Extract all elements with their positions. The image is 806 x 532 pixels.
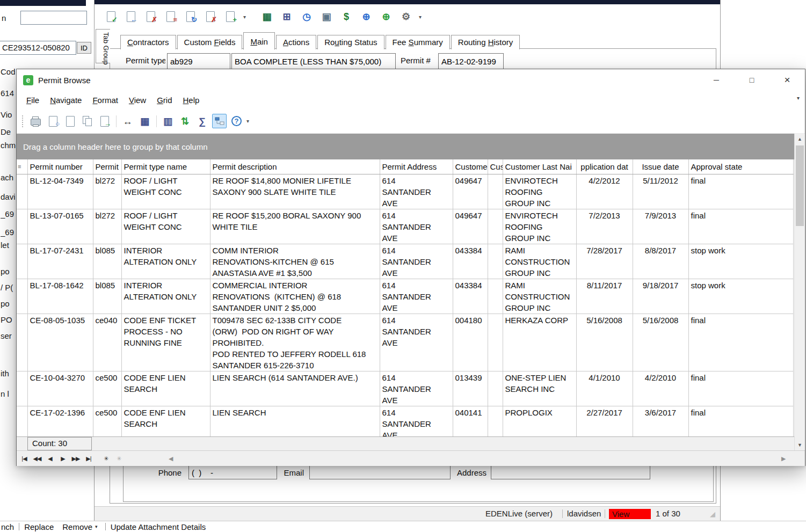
summary-icon[interactable]: ∑	[195, 114, 209, 128]
cell-permit-code[interactable]: bl272	[93, 209, 121, 244]
tab-group-vertical-tab[interactable]: Tab Group	[96, 29, 110, 63]
sort-icon[interactable]: ⇅	[178, 114, 192, 128]
tab-custom-fields[interactable]: Custom Fields	[177, 35, 243, 49]
scrollbar-thumb[interactable]	[796, 145, 804, 226]
cell-customer-last-name[interactable]: ENVIROTECH ROOFING GROUP INC	[503, 209, 576, 244]
nav-next-button[interactable]: ▶	[56, 452, 69, 465]
export-icon[interactable]: →	[97, 114, 112, 128]
menu-grid[interactable]: Grid	[151, 93, 177, 107]
cell-issue-date[interactable]: 5/16/2008	[633, 314, 688, 371]
cell-customer-last-name[interactable]: ENVIROTECH ROOFING GROUP INC	[503, 174, 576, 209]
globe-icon[interactable]: ⊕	[359, 9, 373, 24]
permit-type-code-input[interactable]	[167, 53, 230, 69]
cell-permit-type-name[interactable]: CODE ENF LIEN SEARCH	[121, 371, 210, 406]
tab-routing-status[interactable]: Routing Status	[317, 35, 384, 49]
header-approval-state[interactable]: Approval state	[688, 159, 793, 174]
left-search-input[interactable]	[20, 11, 87, 25]
cell-permit-number[interactable]: BL-13-07-0165	[27, 209, 93, 244]
minimize-button[interactable]: ─	[699, 69, 734, 91]
titlebar[interactable]: e Permit Browse ─ □ ×	[17, 69, 805, 91]
cell-issue-date[interactable]: 4/2/2010	[633, 371, 688, 406]
cell-application-date[interactable]: 2/27/2017	[576, 406, 633, 436]
menu-format[interactable]: Format	[87, 93, 124, 107]
replace-button[interactable]: Replace	[24, 522, 54, 531]
help-icon[interactable]: ?	[229, 114, 244, 128]
hscroll-left-icon[interactable]: ◀	[169, 455, 173, 462]
grid-viewport[interactable]: ≡ Permit number Permit Permit type name …	[17, 159, 795, 436]
cell-approval-state[interactable]: stop work	[688, 244, 793, 279]
page-icon[interactable]	[63, 114, 77, 128]
header-application-date[interactable]: pplication dat	[576, 159, 633, 174]
cell-permit-number[interactable]: BL-17-07-2431	[27, 244, 93, 279]
doc-excel-icon[interactable]: ✗	[144, 9, 158, 24]
table-row[interactable]: BL-13-07-0165 bl272 ROOF / LIGHT WEIGHT …	[17, 209, 793, 244]
nav-prev-button[interactable]: ◀	[43, 452, 56, 465]
cell-approval-state[interactable]: final	[688, 174, 793, 209]
print-preview-icon[interactable]: ○	[46, 114, 60, 128]
permit-number-input[interactable]	[438, 53, 504, 69]
cell-permit-address[interactable]: 614 SANTANDER AVE	[380, 244, 453, 279]
menu-view[interactable]: View	[124, 93, 151, 107]
cell-permit-address[interactable]: 614 SANTANDER AVE	[380, 174, 453, 209]
header-issue-date[interactable]: Issue date	[633, 159, 688, 174]
row-indicator[interactable]	[17, 371, 27, 406]
menu-navigate[interactable]: Navigate	[45, 93, 87, 107]
toolbar-overflow-icon[interactable]: ▾	[246, 118, 249, 124]
tab-contractors[interactable]: Contractors	[120, 35, 176, 49]
note-add-icon[interactable]: +	[223, 9, 237, 24]
grid-icon[interactable]: ▦	[137, 114, 152, 128]
cell-permit-number[interactable]: CE-10-04-3270	[27, 371, 93, 406]
tools-icon[interactable]: ⚙	[399, 9, 413, 24]
resize-grip-icon[interactable]: ◢	[710, 510, 715, 518]
toolbar-grip[interactable]	[22, 115, 23, 127]
spreadsheet-icon[interactable]: ▦	[260, 9, 274, 24]
row-indicator[interactable]	[17, 314, 27, 371]
cell-issue-date[interactable]: 5/11/2012	[633, 174, 688, 209]
tree-view-icon[interactable]	[212, 114, 227, 128]
cell-permit-code[interactable]: bl085	[93, 279, 121, 314]
cell-customer-last-name[interactable]: HERKAZA CORP	[503, 314, 576, 371]
cell-permit-code[interactable]: ce500	[93, 406, 121, 436]
tab-main[interactable]: Main	[243, 32, 275, 50]
nav-prev-page-button[interactable]: ◀◀	[31, 452, 43, 465]
cell-permit-number[interactable]: CE-08-05-1035	[27, 314, 93, 371]
row-indicator[interactable]	[17, 279, 27, 314]
cell-issue-date[interactable]: 9/18/2017	[633, 279, 688, 314]
row-indicator[interactable]	[17, 174, 27, 209]
table-row[interactable]: BL-12-04-7349 bl272 ROOF / LIGHT WEIGHT …	[17, 174, 793, 209]
tab-routing-history[interactable]: Routing History	[451, 35, 520, 49]
doc-open-icon[interactable]: ←	[124, 9, 138, 24]
cell-permit-number[interactable]: BL-12-04-7349	[27, 174, 93, 209]
cell-customer-number[interactable]: 043384	[453, 244, 488, 279]
cell-customer-last-name[interactable]: ONE-STEP LIEN SEARCH INC	[503, 371, 576, 406]
money-icon[interactable]: $	[339, 9, 353, 24]
cell-cus[interactable]	[488, 244, 503, 279]
cell-customer-number[interactable]: 049647	[453, 209, 488, 244]
cell-permit-description[interactable]: RE ROOF $15,200 BORAL SAXONY 900 WHITE T…	[210, 209, 380, 244]
cell-permit-type-name[interactable]: INTERIOR ALTERATION ONLY	[121, 279, 210, 314]
cell-permit-code[interactable]: bl085	[93, 244, 121, 279]
group-by-drop-zone[interactable]: Drag a column header here to group by th…	[17, 134, 795, 159]
header-permit-description[interactable]: Permit description	[210, 159, 380, 174]
cell-permit-address[interactable]: 614 SANTANDER AVE	[380, 371, 453, 406]
cell-application-date[interactable]: 7/2/2013	[576, 209, 633, 244]
cell-customer-last-name[interactable]: RAMI CONSTRUCTION GROUP INC	[503, 244, 576, 279]
cell-permit-address[interactable]: 614 SANTANDER AVE	[380, 406, 453, 436]
tab-actions[interactable]: Actions	[276, 35, 316, 49]
cell-approval-state[interactable]: final	[688, 314, 793, 371]
cell-customer-number[interactable]: 004180	[453, 314, 488, 371]
cell-cus[interactable]	[488, 174, 503, 209]
menu-file[interactable]: File	[21, 93, 45, 107]
cell-approval-state[interactable]: final	[688, 371, 793, 406]
cell-permit-number[interactable]: CE-17-02-1396	[27, 406, 93, 436]
cell-customer-last-name[interactable]: RAMI CONSTRUCTION GROUP INC	[503, 279, 576, 314]
cell-permit-address[interactable]: 614 SANTANDER AVE	[380, 314, 453, 371]
best-fit-icon[interactable]: ↔	[120, 114, 135, 128]
cell-issue-date[interactable]: 8/8/2017	[633, 244, 688, 279]
cell-permit-type-name[interactable]: ROOF / LIGHT WEIGHT CONC	[121, 174, 210, 209]
row-indicator[interactable]	[17, 209, 27, 244]
maximize-button[interactable]: □	[734, 69, 769, 91]
clock-icon[interactable]: ◷	[300, 9, 314, 24]
table-row[interactable]: BL-17-07-2431 bl085 INTERIOR ALTERATION …	[17, 244, 793, 279]
scroll-down-icon[interactable]: ▼	[795, 440, 805, 450]
